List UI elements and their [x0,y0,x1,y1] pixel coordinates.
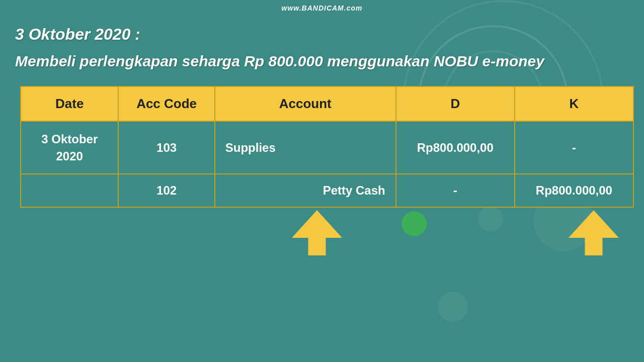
cursor-indicator [401,211,427,236]
k-arrow [533,210,644,255]
cell-acc-2: 102 [118,174,214,207]
cell-k-1: - [515,121,633,174]
account-arrow [221,210,413,255]
journal-table: Date Acc Code Account D K 3 Oktober2020 … [20,86,634,208]
watermark: www.BANDICAM.com [282,4,363,12]
cell-d-2: - [396,174,515,207]
cell-account-2: Petty Cash [215,174,396,207]
header-acc-code: Acc Code [118,86,214,121]
date-title: 3 Oktober 2020 : [15,25,629,44]
cell-account-1: Supplies [215,121,396,174]
header-d: D [396,86,515,121]
cell-date-1: 3 Oktober2020 [21,121,118,174]
table-row: 102 Petty Cash - Rp800.000,00 [21,174,633,207]
cell-date-2 [21,174,118,207]
subtitle: Membeli perlengkapan seharga Rp 800.000 … [15,51,629,71]
header-account: Account [215,86,396,121]
cell-k-2: Rp800.000,00 [515,174,633,207]
cell-acc-1: 103 [118,121,214,174]
table-row: 3 Oktober2020 103 Supplies Rp800.000,00 … [21,121,633,174]
header-date: Date [21,86,118,121]
cell-d-1: Rp800.000,00 [396,121,515,174]
arrows-container [20,210,634,255]
header-k: K [515,86,633,121]
